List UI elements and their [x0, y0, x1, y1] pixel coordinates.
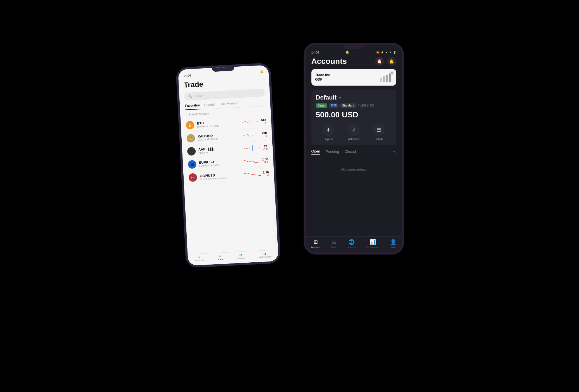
account-name: Default	[316, 94, 337, 101]
front-performance-label: Performance	[366, 246, 379, 248]
btc-info: BTC Bitcoin vs US Dollar	[197, 119, 240, 128]
aapl-chart	[244, 144, 261, 152]
eur-icon: 🇪🇺	[188, 160, 196, 169]
accounts-icon: ⊞	[314, 239, 318, 245]
front-status-icons: 🔕 ⚡ ▲ ▼ 🔋	[376, 51, 396, 54]
promo-label: Trade theGDP	[315, 73, 330, 82]
aapl-info: AAPL ▌▌▌ Apple Inc.	[198, 145, 242, 154]
front-notch	[344, 45, 364, 49]
promo-card[interactable]: Trade theGDP ×	[311, 69, 396, 86]
back-screen-content: Trade 🔍 Search Favorites Popular Top Mov…	[178, 74, 274, 187]
front-accounts-label: Accounts	[311, 246, 320, 248]
search-placeholder: Search	[193, 94, 203, 98]
back-nav-performance[interactable]: 📊 Performance	[258, 252, 272, 258]
chevron-down-icon: ∨	[339, 96, 341, 100]
gbp-chart	[244, 171, 261, 178]
front-markets-label: Markets	[348, 246, 355, 248]
front-nav-accounts[interactable]: ⊞ Accounts	[311, 239, 320, 248]
profile-icon: 👤	[390, 239, 396, 245]
promo-text: Trade theGDP	[315, 73, 330, 82]
promo-chart	[378, 72, 392, 82]
account-tags: Demo MT5 Standard # 116814330	[316, 103, 392, 108]
front-nav-trade[interactable]: ⚖ Trade	[331, 239, 337, 248]
back-tab-row: Favorites Popular Top Movers	[185, 100, 265, 110]
svg-rect-2	[383, 76, 385, 82]
phone-front: 14:06 🔔 🔕 ⚡ ▲ ▼ 🔋 Accounts ⏰ 🔔	[304, 43, 404, 255]
back-nav-trade[interactable]: ⚖ Trade	[217, 255, 224, 261]
deposit-button[interactable]: ⬇ Deposit	[322, 124, 335, 141]
sort-orders-icon[interactable]: ⇅	[393, 150, 396, 154]
tab-top-movers[interactable]: Top Movers	[220, 101, 237, 108]
withdraw-label: Withdraw	[348, 138, 360, 141]
back-search-bar[interactable]: 🔍 Search	[184, 89, 265, 101]
bluetooth-icon: ⚡	[381, 51, 384, 54]
search-icon: 🔍	[188, 94, 192, 98]
back-nav-markets[interactable]: 🌐 Markets	[237, 254, 245, 260]
xau-chart	[242, 131, 260, 139]
performance-nav-label: Performance	[258, 255, 271, 258]
back-nav-accounts[interactable]: ⊞ Accounts	[194, 256, 204, 262]
btc-price: 613 -4	[261, 118, 266, 125]
wifi-icon: ▼	[389, 51, 392, 54]
front-time: 14:06	[311, 51, 319, 54]
gbp-info: GBP/USD Great Britain Pound vs US D...	[200, 172, 242, 180]
deposit-icon: ⬇	[322, 124, 335, 136]
no-orders-message: No open orders	[311, 159, 396, 180]
account-name-row: Default ∨	[316, 94, 392, 101]
accounts-nav-icon: ⊞	[198, 256, 200, 259]
tab-pending[interactable]: Pending	[326, 149, 339, 155]
header-icons: ⏰ 🔔	[375, 57, 396, 66]
markets-icon: 🌐	[349, 239, 355, 245]
front-status-icon: 🔔	[345, 50, 349, 54]
eur-price: 1.00 -1.0	[262, 157, 268, 164]
svg-line-0	[252, 145, 253, 151]
front-bottom-nav: ⊞ Accounts ⚖ Trade 🌐 Markets 📊 Performan…	[306, 236, 402, 252]
trade-icon: ⚖	[332, 239, 336, 245]
account-number: # 116814330	[358, 104, 374, 107]
promo-close-button[interactable]: ×	[390, 71, 394, 75]
tag-standard: Standard	[340, 103, 356, 108]
tag-mt5: MT5	[329, 103, 338, 108]
signal-icon: ▲	[385, 51, 388, 54]
front-nav-markets[interactable]: 🌐 Markets	[348, 239, 355, 248]
performance-nav-icon: 📊	[263, 253, 266, 255]
markets-nav-label: Markets	[237, 257, 245, 260]
notification-button[interactable]: 🔔	[387, 57, 396, 66]
withdraw-button[interactable]: ↗ Withdraw	[347, 124, 360, 141]
xau-info: XAU/USD Gold vs US Dollar	[198, 132, 241, 141]
back-status-icon: 🔔	[260, 70, 264, 74]
phone-back: 14:06 🔔 Trade 🔍 Search Favorites Popular…	[176, 63, 281, 268]
btc-icon: ₿	[186, 121, 194, 130]
front-nav-profile[interactable]: 👤 Profile	[390, 239, 396, 248]
eur-info: EUR/USD Euro vs US Dollar	[199, 159, 241, 168]
account-balance: 500.00 USD	[316, 110, 392, 119]
mute-icon: 🔕	[376, 51, 379, 54]
xau-price: 230 -1	[261, 131, 267, 138]
front-trade-label: Trade	[331, 246, 337, 248]
svg-rect-1	[380, 78, 382, 82]
aapl-icon	[187, 147, 196, 156]
sorted-row: ⇅ Sorted manually	[185, 109, 265, 116]
svg-rect-4	[389, 73, 391, 82]
tab-favorites[interactable]: Favorites	[185, 103, 200, 110]
alarm-button[interactable]: ⏰	[375, 57, 384, 66]
xau-icon: 🏅	[186, 134, 195, 143]
front-screen-content: Accounts ⏰ 🔔 Trade theGDP	[306, 56, 402, 181]
accounts-header: Accounts ⏰ 🔔	[311, 57, 396, 66]
front-nav-performance[interactable]: 📊 Performance	[366, 239, 379, 248]
withdraw-icon: ↗	[347, 124, 360, 136]
tab-closed[interactable]: Closed	[345, 149, 356, 155]
accounts-nav-label: Accounts	[195, 259, 204, 262]
orders-tabs: Open Pending Closed ⇅	[311, 149, 396, 155]
battery-icon: 🔋	[393, 51, 396, 54]
tab-popular[interactable]: Popular	[204, 102, 216, 109]
back-time: 14:06	[183, 74, 191, 77]
details-button[interactable]: ☰ Details	[373, 124, 385, 141]
trade-nav-label: Trade	[217, 258, 223, 261]
svg-rect-3	[386, 75, 388, 82]
eur-chart	[243, 158, 260, 165]
tag-demo: Demo	[316, 103, 328, 108]
btc-chart	[242, 118, 259, 126]
tab-open[interactable]: Open	[311, 149, 320, 155]
back-screen-title: Trade	[183, 77, 264, 89]
